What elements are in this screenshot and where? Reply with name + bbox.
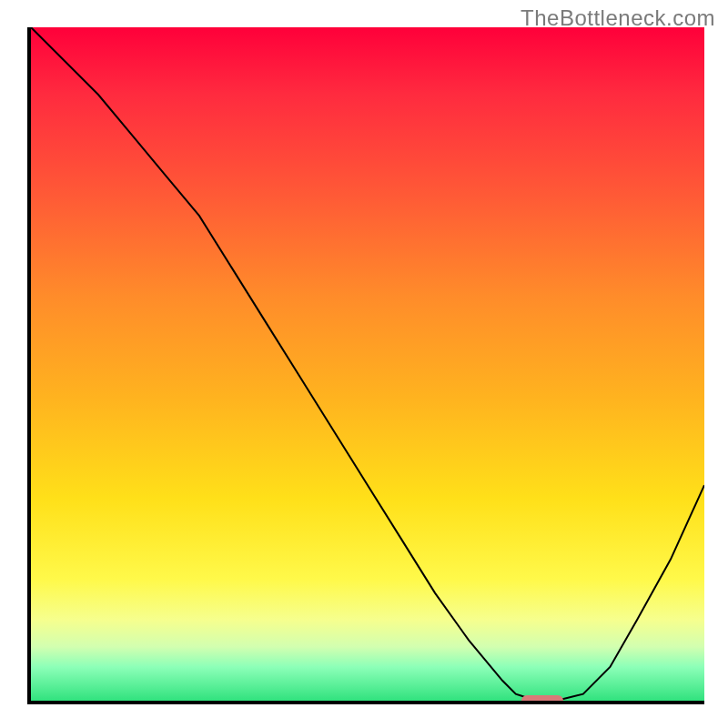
bottleneck-curve: [31, 27, 704, 701]
optimal-marker: [521, 695, 563, 704]
bottleneck-chart: [27, 27, 704, 704]
curve-path: [31, 27, 704, 701]
